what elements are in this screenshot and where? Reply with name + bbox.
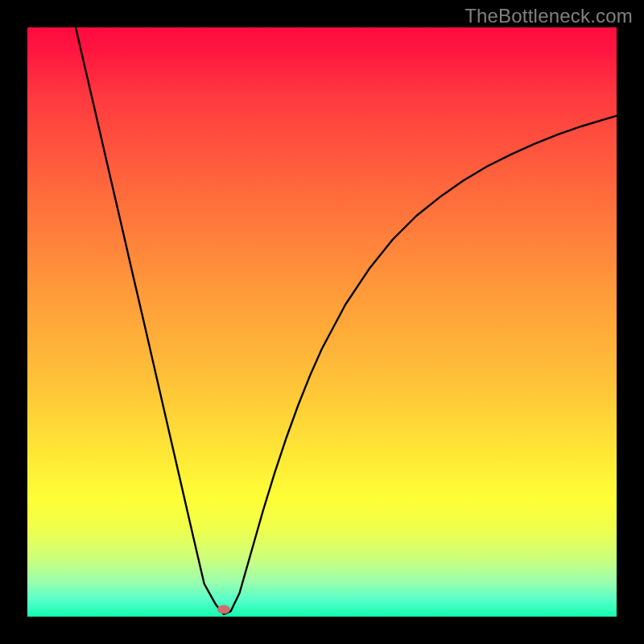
watermark-text: TheBottleneck.com [464, 5, 633, 27]
bottleneck-curve [27, 27, 617, 617]
plot-area [27, 27, 617, 617]
optimum-marker [217, 605, 230, 614]
